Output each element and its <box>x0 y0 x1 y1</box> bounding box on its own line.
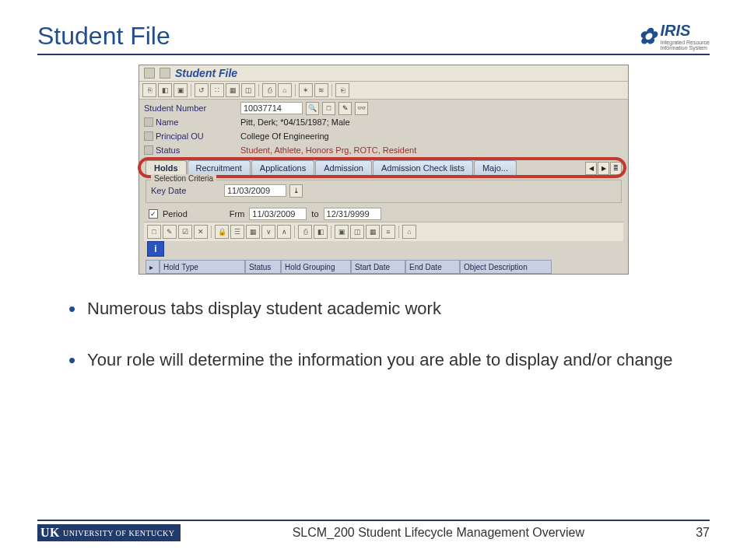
create-icon[interactable]: □ <box>322 102 335 115</box>
key-date-label: Key Date <box>151 186 221 195</box>
name-label: Name <box>144 117 237 127</box>
tab-recruitment[interactable]: Recruitment <box>188 160 251 175</box>
grid-btn[interactable]: 🔒 <box>215 225 229 239</box>
toolbar-btn[interactable]: ⎘ <box>142 83 156 97</box>
row-student-number: Student Number 10037714 🔍 □ ✎ 👓 <box>144 101 623 115</box>
col-object-description[interactable]: Object Description <box>460 260 552 274</box>
info-icon[interactable]: i <box>147 241 164 257</box>
grid-btn[interactable]: ▦ <box>366 225 380 239</box>
grid-btn[interactable]: ✎ <box>163 225 177 239</box>
execute-icon[interactable]: ⤓ <box>289 184 303 198</box>
iris-logo-text: IRIS <box>661 22 691 39</box>
to-label: to <box>311 209 318 219</box>
title-icon-1[interactable] <box>144 68 155 79</box>
from-date-input[interactable]: 11/03/2009 <box>249 208 307 220</box>
student-number-input[interactable]: 10037714 <box>240 102 303 114</box>
row-key-date: Key Date 11/03/2009 ⤓ <box>151 184 616 198</box>
toolbar-btn[interactable]: ✶ <box>299 83 313 97</box>
toolbar-btn[interactable]: ∷ <box>210 83 224 97</box>
period-checkbox[interactable]: ✓ <box>149 209 158 219</box>
selection-criteria-label: Selection Criteria <box>151 174 216 183</box>
col-status[interactable]: Status <box>245 260 281 274</box>
toolbar-separator <box>295 84 296 96</box>
bullet-list: Numerous tabs display student academic w… <box>37 298 710 370</box>
grid-btn[interactable]: ◫ <box>350 225 364 239</box>
glasses-icon[interactable]: 👓 <box>355 102 368 115</box>
toolbar-btn[interactable]: ◫ <box>241 83 255 97</box>
sap-grid-toolbar: □ ✎ ☑ ✕ 🔒 ☰ ▦ ∨ ∧ ⎙ ◧ ▣ ◫ ▦ ≡ ⌂ <box>144 222 623 241</box>
tab-scroll-right-icon[interactable]: ▶ <box>598 162 609 175</box>
toolbar-btn[interactable]: ▦ <box>226 83 240 97</box>
grid-btn[interactable]: ▣ <box>335 225 349 239</box>
grid-btn[interactable]: ∨ <box>261 225 275 239</box>
edit-icon[interactable]: ✎ <box>338 102 352 115</box>
grid-btn[interactable]: ☑ <box>178 225 192 239</box>
row-status: Status Student, Athlete, Honors Prg, ROT… <box>144 143 623 157</box>
uk-logo: UK UNIVERSITY OF KENTUCKY <box>37 524 181 541</box>
uk-logo-prefix: UK <box>40 526 60 540</box>
tab-applications[interactable]: Applications <box>251 160 314 175</box>
row-principal-ou: Principal OU College Of Engineering <box>144 129 623 143</box>
grid-btn[interactable]: ◧ <box>314 225 328 239</box>
grid-btn[interactable]: □ <box>147 225 161 239</box>
toolbar-separator <box>258 84 259 96</box>
status-icon <box>144 145 153 155</box>
toolbar-separator <box>211 226 212 238</box>
status-label: Status <box>144 145 237 155</box>
tab-admission-check-lists[interactable]: Admission Check lists <box>373 160 473 175</box>
toolbar-btn[interactable]: ≋ <box>314 83 328 97</box>
iris-logo-sub2: Information System <box>661 45 710 51</box>
bullet-item: Your role will determine the information… <box>68 349 710 371</box>
col-hold-type[interactable]: Hold Type <box>160 260 245 274</box>
col-hold-grouping[interactable]: Hold Grouping <box>281 260 351 274</box>
tab-admission[interactable]: Admission <box>315 160 372 175</box>
org-unit-icon <box>144 131 153 141</box>
tab-holds[interactable]: Holds <box>146 160 187 175</box>
name-value: Pitt, Derk; *04/15/1987; Male <box>240 117 350 127</box>
row-period: ✓ Period Frm 11/03/2009 to 12/31/9999 <box>144 206 623 222</box>
title-icon-2[interactable] <box>160 68 170 79</box>
period-label: Period <box>163 209 188 219</box>
iris-logo-sub1: Integrated Resource <box>661 40 710 45</box>
col-start-date[interactable]: Start Date <box>351 260 405 274</box>
principal-ou-label: Principal OU <box>144 131 237 141</box>
toolbar-separator <box>294 226 295 238</box>
grid-btn[interactable]: ⌂ <box>402 225 416 239</box>
sap-main-toolbar: ⎘ ◧ ▣ ↺ ∷ ▦ ◫ ⎙ ⌂ ✶ ≋ ⎗ <box>139 82 628 100</box>
toolbar-btn[interactable]: ▣ <box>174 83 188 97</box>
grid-btn[interactable]: ✕ <box>194 225 208 239</box>
toolbar-btn[interactable]: ⎗ <box>335 83 349 97</box>
to-date-input[interactable]: 12/31/9999 <box>324 208 381 220</box>
page-number: 37 <box>696 526 710 540</box>
grid-btn[interactable]: ▦ <box>246 225 260 239</box>
info-button-row: i <box>144 241 623 260</box>
grid-btn[interactable]: ☰ <box>230 225 244 239</box>
row-name: Name Pitt, Derk; *04/15/1987; Male <box>144 115 623 129</box>
sap-form-area: Student Number 10037714 🔍 □ ✎ 👓 Name Pit… <box>139 100 628 274</box>
tab-list-icon[interactable]: ≣ <box>610 162 622 175</box>
toolbar-btn[interactable]: ⎙ <box>262 83 276 97</box>
footer-course-title: SLCM_200 Student Lifecycle Management Ov… <box>293 526 584 540</box>
tab-scroll-left-icon[interactable]: ◀ <box>585 162 597 175</box>
toolbar-btn[interactable]: ⌂ <box>278 83 292 97</box>
principal-ou-value: College Of Engineering <box>240 131 329 141</box>
toolbar-btn[interactable]: ◧ <box>158 83 172 97</box>
slide-title: Student File <box>37 22 170 51</box>
toolbar-btn[interactable]: ↺ <box>195 83 209 97</box>
col-end-date[interactable]: End Date <box>405 260 460 274</box>
grid-btn[interactable]: ≡ <box>381 225 395 239</box>
person-icon <box>144 117 153 127</box>
tab-scroll-controls: ◀ ▶ ≣ <box>585 162 622 175</box>
toolbar-separator <box>331 226 331 238</box>
row-selector-icon[interactable]: ▸ <box>146 260 160 274</box>
iris-flower-icon: ✿ <box>638 23 656 49</box>
grid-btn[interactable]: ⎙ <box>298 225 312 239</box>
slide-footer: UK UNIVERSITY OF KENTUCKY SLCM_200 Stude… <box>37 520 710 541</box>
key-date-input[interactable]: 11/03/2009 <box>224 184 286 197</box>
from-label: Frm <box>230 209 245 219</box>
sap-tabstrip: Holds Recruitment Applications Admission… <box>144 160 623 175</box>
tab-majors-truncated[interactable]: Majo... <box>474 160 517 175</box>
tabs-wrapper: Holds Recruitment Applications Admission… <box>144 160 623 175</box>
grid-btn[interactable]: ∧ <box>277 225 291 239</box>
search-help-icon[interactable]: 🔍 <box>306 102 319 115</box>
